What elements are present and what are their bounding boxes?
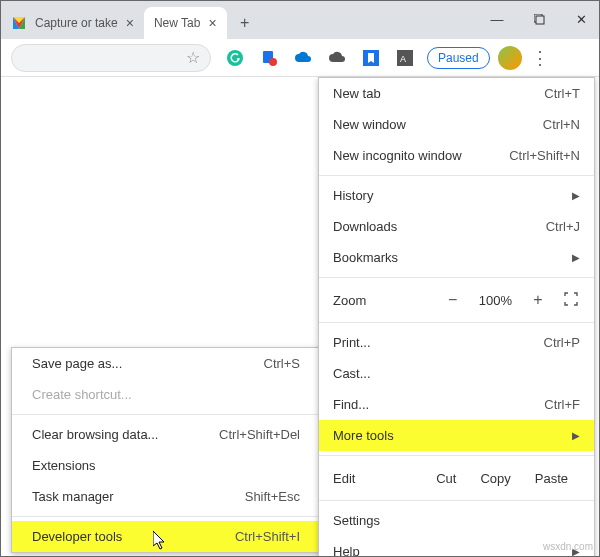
svg-point-6 (227, 50, 243, 66)
cloud-icon[interactable] (293, 48, 313, 68)
maximize-button[interactable] (525, 5, 553, 33)
chrome-menu: New tab Ctrl+T New window Ctrl+N New inc… (318, 77, 595, 557)
edit-label: Edit (333, 471, 393, 486)
chevron-right-icon: ▶ (572, 430, 580, 441)
menu-label: More tools (333, 428, 394, 443)
menu-label: Bookmarks (333, 250, 398, 265)
close-icon[interactable]: × (126, 15, 134, 31)
minimize-button[interactable]: — (483, 5, 511, 33)
pdf-icon[interactable]: A (395, 48, 415, 68)
menu-label: New window (333, 117, 406, 132)
chevron-right-icon: ▶ (572, 190, 580, 201)
menu-find[interactable]: Find... Ctrl+F (319, 389, 594, 420)
fullscreen-icon[interactable] (564, 292, 580, 308)
menu-label: Create shortcut... (32, 387, 132, 402)
menu-label: History (333, 188, 373, 203)
tab-strip: Capture or take × New Tab × + — ✕ (1, 1, 599, 39)
zoom-label: Zoom (333, 293, 413, 308)
zoom-in-button[interactable]: + (528, 291, 548, 309)
bookmark-star-icon[interactable]: ☆ (186, 48, 200, 67)
tab-0[interactable]: Capture or take × (1, 7, 144, 39)
menu-history[interactable]: History ▶ (319, 180, 594, 211)
chrome-menu-button[interactable]: ⋮ (528, 46, 552, 70)
cloud-icon-2[interactable] (327, 48, 347, 68)
menu-shortcut: Ctrl+P (544, 335, 580, 350)
menu-label: New tab (333, 86, 381, 101)
menu-separator (12, 414, 320, 415)
menu-label: Clear browsing data... (32, 427, 158, 442)
menu-separator (319, 277, 594, 278)
watermark: wsxdn.com (543, 541, 593, 552)
menu-shortcut: Ctrl+T (544, 86, 580, 101)
toolbar: ☆ A Paused ⋮ (1, 39, 599, 77)
svg-rect-5 (536, 16, 544, 24)
submenu-task-manager[interactable]: Task manager Shift+Esc (12, 481, 320, 512)
menu-shortcut: Ctrl+J (546, 219, 580, 234)
menu-bookmarks[interactable]: Bookmarks ▶ (319, 242, 594, 273)
submenu-developer-tools[interactable]: Developer tools Ctrl+Shift+I (12, 521, 320, 552)
menu-shortcut: Ctrl+N (543, 117, 580, 132)
close-icon[interactable]: × (208, 15, 216, 31)
menu-cast[interactable]: Cast... (319, 358, 594, 389)
menu-downloads[interactable]: Downloads Ctrl+J (319, 211, 594, 242)
menu-label: Cast... (333, 366, 371, 381)
menu-incognito[interactable]: New incognito window Ctrl+Shift+N (319, 140, 594, 171)
new-tab-button[interactable]: + (231, 9, 259, 37)
menu-edit-row: Edit Cut Copy Paste (319, 460, 594, 496)
menu-separator (319, 500, 594, 501)
grammarly-icon[interactable] (225, 48, 245, 68)
paste-button[interactable]: Paste (523, 465, 580, 492)
menu-shortcut: Ctrl+S (264, 356, 300, 371)
menu-zoom: Zoom − 100% + (319, 282, 594, 318)
address-bar[interactable]: ☆ (11, 44, 211, 72)
zoom-out-button[interactable]: − (443, 291, 463, 309)
menu-settings[interactable]: Settings (319, 505, 594, 536)
menu-shortcut: Ctrl+Shift+Del (219, 427, 300, 442)
more-tools-submenu: Save page as... Ctrl+S Create shortcut..… (11, 347, 321, 553)
menu-new-tab[interactable]: New tab Ctrl+T (319, 78, 594, 109)
menu-label: Settings (333, 513, 380, 528)
menu-separator (319, 322, 594, 323)
menu-print[interactable]: Print... Ctrl+P (319, 327, 594, 358)
submenu-extensions[interactable]: Extensions (12, 450, 320, 481)
tab-title: New Tab (154, 16, 200, 30)
menu-new-window[interactable]: New window Ctrl+N (319, 109, 594, 140)
avatar[interactable] (498, 46, 522, 70)
menu-label: Save page as... (32, 356, 122, 371)
menu-separator (319, 175, 594, 176)
submenu-clear-data[interactable]: Clear browsing data... Ctrl+Shift+Del (12, 419, 320, 450)
zoom-value: 100% (479, 293, 512, 308)
menu-label: Print... (333, 335, 371, 350)
chevron-right-icon: ▶ (572, 252, 580, 263)
extension-icon-2[interactable] (259, 48, 279, 68)
menu-shortcut: Ctrl+Shift+I (235, 529, 300, 544)
favicon-icon (11, 15, 27, 31)
menu-separator (319, 455, 594, 456)
menu-label: New incognito window (333, 148, 462, 163)
menu-label: Find... (333, 397, 369, 412)
menu-label: Task manager (32, 489, 114, 504)
menu-shortcut: Ctrl+Shift+N (509, 148, 580, 163)
svg-text:A: A (400, 54, 406, 64)
svg-point-8 (269, 58, 277, 66)
tab-1[interactable]: New Tab × (144, 7, 227, 39)
sync-paused-button[interactable]: Paused (427, 47, 490, 69)
bookmark-icon[interactable] (361, 48, 381, 68)
copy-button[interactable]: Copy (468, 465, 522, 492)
tab-title: Capture or take (35, 16, 118, 30)
menu-more-tools[interactable]: More tools ▶ (319, 420, 594, 451)
menu-separator (12, 516, 320, 517)
menu-label: Developer tools (32, 529, 122, 544)
menu-shortcut: Shift+Esc (245, 489, 300, 504)
window-controls: — ✕ (483, 5, 595, 33)
close-window-button[interactable]: ✕ (567, 5, 595, 33)
submenu-save-page[interactable]: Save page as... Ctrl+S (12, 348, 320, 379)
cut-button[interactable]: Cut (424, 465, 468, 492)
menu-label: Downloads (333, 219, 397, 234)
extension-icons: A (225, 48, 415, 68)
menu-label: Extensions (32, 458, 96, 473)
submenu-create-shortcut: Create shortcut... (12, 379, 320, 410)
menu-shortcut: Ctrl+F (544, 397, 580, 412)
menu-label: Help (333, 544, 360, 557)
